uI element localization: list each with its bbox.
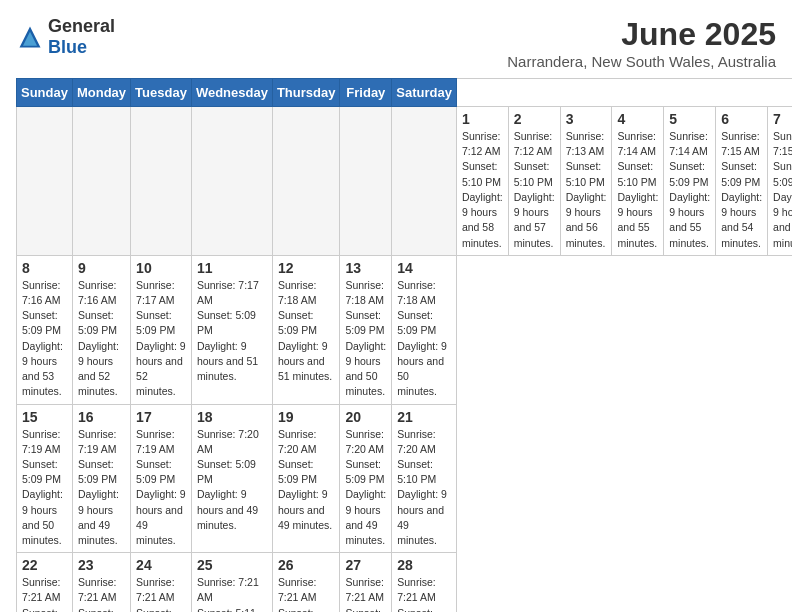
month-title: June 2025 bbox=[507, 16, 776, 53]
day-info: Sunrise: 7:19 AMSunset: 5:09 PMDaylight:… bbox=[78, 427, 125, 549]
day-number: 22 bbox=[22, 557, 67, 573]
day-info: Sunrise: 7:19 AMSunset: 5:09 PMDaylight:… bbox=[22, 427, 67, 549]
day-number: 20 bbox=[345, 409, 386, 425]
day-info: Sunrise: 7:20 AMSunset: 5:09 PMDaylight:… bbox=[197, 427, 267, 534]
calendar-cell: 23Sunrise: 7:21 AMSunset: 5:10 PMDayligh… bbox=[72, 553, 130, 612]
calendar-cell: 8Sunrise: 7:16 AMSunset: 5:09 PMDaylight… bbox=[17, 255, 73, 404]
weekday-header: Saturday bbox=[392, 79, 457, 107]
calendar-cell: 26Sunrise: 7:21 AMSunset: 5:11 PMDayligh… bbox=[272, 553, 340, 612]
calendar-cell: 22Sunrise: 7:21 AMSunset: 5:10 PMDayligh… bbox=[17, 553, 73, 612]
calendar-cell: 10Sunrise: 7:17 AMSunset: 5:09 PMDayligh… bbox=[131, 255, 192, 404]
calendar-cell: 6Sunrise: 7:15 AMSunset: 5:09 PMDaylight… bbox=[716, 107, 768, 256]
day-number: 2 bbox=[514, 111, 555, 127]
day-number: 8 bbox=[22, 260, 67, 276]
calendar-table: SundayMondayTuesdayWednesdayThursdayFrid… bbox=[16, 78, 792, 612]
day-info: Sunrise: 7:20 AMSunset: 5:09 PMDaylight:… bbox=[278, 427, 335, 534]
logo-icon bbox=[16, 23, 44, 51]
calendar-cell: 11Sunrise: 7:17 AMSunset: 5:09 PMDayligh… bbox=[191, 255, 272, 404]
weekday-header: Monday bbox=[72, 79, 130, 107]
day-number: 28 bbox=[397, 557, 451, 573]
day-info: Sunrise: 7:16 AMSunset: 5:09 PMDaylight:… bbox=[22, 278, 67, 400]
day-info: Sunrise: 7:12 AMSunset: 5:10 PMDaylight:… bbox=[514, 129, 555, 251]
day-number: 5 bbox=[669, 111, 710, 127]
day-info: Sunrise: 7:14 AMSunset: 5:09 PMDaylight:… bbox=[669, 129, 710, 251]
calendar-week-row: 22Sunrise: 7:21 AMSunset: 5:10 PMDayligh… bbox=[17, 553, 793, 612]
day-info: Sunrise: 7:21 AMSunset: 5:10 PMDaylight:… bbox=[78, 575, 125, 612]
day-info: Sunrise: 7:15 AMSunset: 5:09 PMDaylight:… bbox=[773, 129, 792, 251]
calendar-cell: 27Sunrise: 7:21 AMSunset: 5:11 PMDayligh… bbox=[340, 553, 392, 612]
weekday-header: Wednesday bbox=[191, 79, 272, 107]
day-number: 7 bbox=[773, 111, 792, 127]
calendar-cell: 4Sunrise: 7:14 AMSunset: 5:10 PMDaylight… bbox=[612, 107, 664, 256]
day-number: 19 bbox=[278, 409, 335, 425]
calendar-cell bbox=[131, 107, 192, 256]
day-number: 1 bbox=[462, 111, 503, 127]
calendar-cell: 9Sunrise: 7:16 AMSunset: 5:09 PMDaylight… bbox=[72, 255, 130, 404]
day-info: Sunrise: 7:19 AMSunset: 5:09 PMDaylight:… bbox=[136, 427, 186, 549]
logo-text: General Blue bbox=[48, 16, 115, 58]
calendar-cell: 12Sunrise: 7:18 AMSunset: 5:09 PMDayligh… bbox=[272, 255, 340, 404]
logo: General Blue bbox=[16, 16, 115, 58]
calendar-cell: 3Sunrise: 7:13 AMSunset: 5:10 PMDaylight… bbox=[560, 107, 612, 256]
day-number: 25 bbox=[197, 557, 267, 573]
calendar-cell: 25Sunrise: 7:21 AMSunset: 5:11 PMDayligh… bbox=[191, 553, 272, 612]
calendar-cell: 15Sunrise: 7:19 AMSunset: 5:09 PMDayligh… bbox=[17, 404, 73, 553]
day-info: Sunrise: 7:16 AMSunset: 5:09 PMDaylight:… bbox=[78, 278, 125, 400]
calendar-cell: 2Sunrise: 7:12 AMSunset: 5:10 PMDaylight… bbox=[508, 107, 560, 256]
logo-blue: Blue bbox=[48, 37, 87, 57]
calendar-cell bbox=[17, 107, 73, 256]
calendar-cell: 21Sunrise: 7:20 AMSunset: 5:10 PMDayligh… bbox=[392, 404, 457, 553]
day-info: Sunrise: 7:18 AMSunset: 5:09 PMDaylight:… bbox=[345, 278, 386, 400]
day-number: 14 bbox=[397, 260, 451, 276]
day-info: Sunrise: 7:21 AMSunset: 5:11 PMDaylight:… bbox=[278, 575, 335, 612]
calendar-cell: 13Sunrise: 7:18 AMSunset: 5:09 PMDayligh… bbox=[340, 255, 392, 404]
calendar-cell bbox=[191, 107, 272, 256]
day-number: 26 bbox=[278, 557, 335, 573]
weekday-header-row: SundayMondayTuesdayWednesdayThursdayFrid… bbox=[17, 79, 793, 107]
calendar-cell: 14Sunrise: 7:18 AMSunset: 5:09 PMDayligh… bbox=[392, 255, 457, 404]
day-info: Sunrise: 7:14 AMSunset: 5:10 PMDaylight:… bbox=[617, 129, 658, 251]
day-info: Sunrise: 7:13 AMSunset: 5:10 PMDaylight:… bbox=[566, 129, 607, 251]
calendar-cell bbox=[340, 107, 392, 256]
day-number: 16 bbox=[78, 409, 125, 425]
day-number: 24 bbox=[136, 557, 186, 573]
calendar-week-row: 8Sunrise: 7:16 AMSunset: 5:09 PMDaylight… bbox=[17, 255, 793, 404]
day-info: Sunrise: 7:12 AMSunset: 5:10 PMDaylight:… bbox=[462, 129, 503, 251]
weekday-header: Sunday bbox=[17, 79, 73, 107]
calendar-cell: 20Sunrise: 7:20 AMSunset: 5:09 PMDayligh… bbox=[340, 404, 392, 553]
logo-general: General bbox=[48, 16, 115, 36]
day-info: Sunrise: 7:15 AMSunset: 5:09 PMDaylight:… bbox=[721, 129, 762, 251]
calendar-week-row: 15Sunrise: 7:19 AMSunset: 5:09 PMDayligh… bbox=[17, 404, 793, 553]
day-number: 9 bbox=[78, 260, 125, 276]
calendar-cell: 17Sunrise: 7:19 AMSunset: 5:09 PMDayligh… bbox=[131, 404, 192, 553]
day-number: 13 bbox=[345, 260, 386, 276]
day-number: 11 bbox=[197, 260, 267, 276]
day-info: Sunrise: 7:18 AMSunset: 5:09 PMDaylight:… bbox=[397, 278, 451, 400]
day-number: 23 bbox=[78, 557, 125, 573]
calendar-cell: 24Sunrise: 7:21 AMSunset: 5:10 PMDayligh… bbox=[131, 553, 192, 612]
calendar-cell bbox=[72, 107, 130, 256]
weekday-header: Tuesday bbox=[131, 79, 192, 107]
title-block: June 2025 Narrandera, New South Wales, A… bbox=[507, 16, 776, 70]
calendar-cell: 1Sunrise: 7:12 AMSunset: 5:10 PMDaylight… bbox=[456, 107, 508, 256]
day-info: Sunrise: 7:17 AMSunset: 5:09 PMDaylight:… bbox=[197, 278, 267, 385]
day-number: 3 bbox=[566, 111, 607, 127]
day-number: 17 bbox=[136, 409, 186, 425]
day-number: 10 bbox=[136, 260, 186, 276]
day-number: 15 bbox=[22, 409, 67, 425]
day-info: Sunrise: 7:21 AMSunset: 5:12 PMDaylight:… bbox=[397, 575, 451, 612]
page-header: General Blue June 2025 Narrandera, New S… bbox=[16, 16, 776, 70]
calendar-cell: 18Sunrise: 7:20 AMSunset: 5:09 PMDayligh… bbox=[191, 404, 272, 553]
day-info: Sunrise: 7:21 AMSunset: 5:11 PMDaylight:… bbox=[345, 575, 386, 612]
calendar-cell: 7Sunrise: 7:15 AMSunset: 5:09 PMDaylight… bbox=[768, 107, 792, 256]
calendar-week-row: 1Sunrise: 7:12 AMSunset: 5:10 PMDaylight… bbox=[17, 107, 793, 256]
weekday-header: Friday bbox=[340, 79, 392, 107]
calendar-cell: 28Sunrise: 7:21 AMSunset: 5:12 PMDayligh… bbox=[392, 553, 457, 612]
day-number: 12 bbox=[278, 260, 335, 276]
calendar-cell bbox=[392, 107, 457, 256]
day-info: Sunrise: 7:20 AMSunset: 5:10 PMDaylight:… bbox=[397, 427, 451, 549]
location-title: Narrandera, New South Wales, Australia bbox=[507, 53, 776, 70]
day-number: 27 bbox=[345, 557, 386, 573]
day-info: Sunrise: 7:18 AMSunset: 5:09 PMDaylight:… bbox=[278, 278, 335, 385]
calendar-cell: 5Sunrise: 7:14 AMSunset: 5:09 PMDaylight… bbox=[664, 107, 716, 256]
